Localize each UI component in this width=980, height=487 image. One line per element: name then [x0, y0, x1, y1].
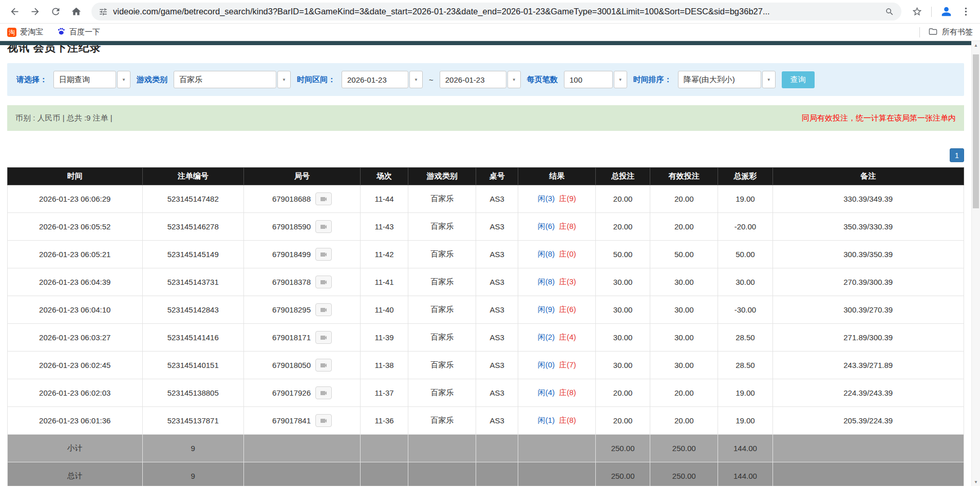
- pagination-page-1[interactable]: 1: [950, 148, 964, 162]
- folder-icon: [928, 27, 938, 38]
- scrollbar-up-arrow[interactable]: ▲: [972, 41, 980, 49]
- cell-valid-bet: 20.00: [650, 185, 718, 213]
- cell-time: 2026-01-23 06:02:03: [8, 379, 143, 407]
- video-replay-button[interactable]: [315, 386, 332, 399]
- result-player: 闲(4): [538, 388, 555, 397]
- menu-button[interactable]: [956, 3, 975, 21]
- game-type-dropdown-button[interactable]: ▼: [277, 71, 291, 88]
- page-size-select[interactable]: ▼: [564, 71, 627, 88]
- cell-session: 11-42: [361, 241, 408, 268]
- cell-total-bet[interactable]: 20.00: [596, 407, 650, 435]
- cell-session: 11-40: [361, 296, 408, 324]
- cell-payout: -30.00: [718, 296, 772, 324]
- date-start-dropdown-button[interactable]: ▼: [409, 71, 423, 88]
- cell-total-bet[interactable]: 30.00: [596, 296, 650, 324]
- date-start-input[interactable]: [342, 71, 408, 88]
- scrollbar-thumb[interactable]: [973, 54, 979, 208]
- cell-session: 11-44: [361, 185, 408, 213]
- cell-payout: 19.00: [718, 379, 772, 407]
- game-type-select[interactable]: 百家乐 ▼: [174, 71, 291, 88]
- date-end-picker[interactable]: ▼: [440, 71, 521, 88]
- result-player: 闲(6): [538, 222, 555, 230]
- query-type-select[interactable]: 日期查询 ▼: [53, 71, 130, 88]
- page-size-input[interactable]: [564, 71, 613, 88]
- game-type-value[interactable]: 百家乐: [174, 71, 276, 88]
- result-player: 闲(8): [538, 277, 555, 286]
- cell-valid-bet: 30.00: [650, 268, 718, 296]
- video-replay-button[interactable]: [315, 276, 332, 288]
- cell-round: 679018378: [243, 268, 360, 296]
- date-end-input[interactable]: [440, 71, 506, 88]
- result-player: 闲(2): [538, 333, 555, 341]
- video-replay-button[interactable]: [315, 303, 332, 316]
- cell-bet-id: 523145147482: [142, 185, 243, 213]
- cell-game-type: 百家乐: [408, 241, 476, 268]
- summary-bar: 币别 : 人民币 | 总共 :9 注单 | 同局有效投注，统一计算在该局第一张注…: [7, 105, 964, 131]
- column-header: 局号: [243, 168, 360, 185]
- cell-note: 271.89/300.39: [772, 324, 964, 352]
- cell-table-number: AS3: [476, 213, 518, 241]
- cell-time: 2026-01-23 06:05:52: [8, 213, 143, 241]
- result-banker: 庄(8): [559, 416, 576, 424]
- table-row: 2026-01-23 06:05:52 523145146278 6790185…: [8, 213, 964, 241]
- all-bookmarks[interactable]: 所有书签: [915, 27, 973, 38]
- cell-total-bet[interactable]: 30.00: [596, 352, 650, 379]
- cell-time: 2026-01-23 06:01:36: [8, 407, 143, 435]
- pagination-top: 1: [7, 148, 964, 162]
- date-start-picker[interactable]: ▼: [342, 71, 423, 88]
- bookmark-baidu[interactable]: 百度一下: [56, 27, 100, 37]
- sort-select[interactable]: 降幂(由大到小) ▼: [678, 71, 776, 88]
- video-replay-button[interactable]: [315, 359, 332, 372]
- sort-dropdown-button[interactable]: ▼: [762, 71, 776, 88]
- chevron-down-icon: ▼: [414, 77, 418, 82]
- cell-round: 679018050: [243, 352, 360, 379]
- chevron-down-icon: ▼: [122, 77, 126, 82]
- bookmark-star-button[interactable]: [908, 3, 926, 21]
- sort-value[interactable]: 降幂(由大到小): [678, 71, 761, 88]
- table-row: 2026-01-23 06:02:03 523145138805 6790179…: [8, 379, 964, 407]
- cell-total-bet[interactable]: 20.00: [596, 379, 650, 407]
- video-camera-icon: [319, 223, 328, 231]
- zoom-icon[interactable]: [885, 7, 894, 16]
- video-replay-button[interactable]: [315, 331, 332, 344]
- profile-button[interactable]: [937, 3, 955, 21]
- video-camera-icon: [319, 306, 328, 314]
- cell-total-bet[interactable]: 30.00: [596, 268, 650, 296]
- cell-total-bet[interactable]: 30.00: [596, 324, 650, 352]
- back-button[interactable]: [5, 3, 24, 21]
- cell-total-bet[interactable]: 20.00: [596, 185, 650, 213]
- bookmark-label: 爱淘宝: [20, 27, 43, 37]
- cell-valid-bet: 50.00: [650, 241, 718, 268]
- home-button[interactable]: [67, 3, 85, 21]
- bookmark-taobao[interactable]: 淘 爱淘宝: [7, 27, 43, 37]
- video-replay-button[interactable]: [315, 248, 332, 261]
- video-replay-button[interactable]: [315, 220, 332, 233]
- result-player: 闲(0): [538, 360, 555, 369]
- scrollbar-down-arrow[interactable]: ▼: [972, 478, 980, 486]
- page-size-dropdown-button[interactable]: ▼: [614, 71, 627, 88]
- address-bar[interactable]: videoie.com/game/betrecord_search/kind3?…: [91, 3, 901, 21]
- forward-button[interactable]: [26, 3, 44, 21]
- cell-game-type: 百家乐: [408, 324, 476, 352]
- search-button[interactable]: 查询: [782, 71, 815, 88]
- video-replay-button[interactable]: [315, 192, 332, 205]
- date-end-dropdown-button[interactable]: ▼: [507, 71, 521, 88]
- cell-table-number: AS3: [476, 296, 518, 324]
- query-type-value[interactable]: 日期查询: [53, 71, 116, 88]
- cell-total-bet[interactable]: 20.00: [596, 213, 650, 241]
- game-type-label: 游戏类别: [137, 75, 167, 85]
- cell-total-bet[interactable]: 50.00: [596, 241, 650, 268]
- browser-toolbar: videoie.com/game/betrecord_search/kind3?…: [0, 0, 980, 24]
- query-type-dropdown-button[interactable]: ▼: [117, 71, 130, 88]
- column-header: 桌号: [476, 168, 518, 185]
- summary-right-notice: 同局有效投注，统一计算在该局第一张注单内: [802, 113, 956, 123]
- cell-bet-id: 523145143731: [142, 268, 243, 296]
- result-player: 闲(1): [538, 416, 555, 424]
- refresh-button[interactable]: [46, 3, 65, 21]
- cell-result: 闲(1) 庄(8): [518, 407, 596, 435]
- total-count: 9: [142, 462, 243, 486]
- page-title: 视讯 会员下注纪录: [7, 45, 964, 55]
- video-replay-button[interactable]: [315, 414, 332, 427]
- vertical-scrollbar[interactable]: ▲ ▼: [971, 41, 980, 486]
- site-info-icon[interactable]: [99, 7, 108, 16]
